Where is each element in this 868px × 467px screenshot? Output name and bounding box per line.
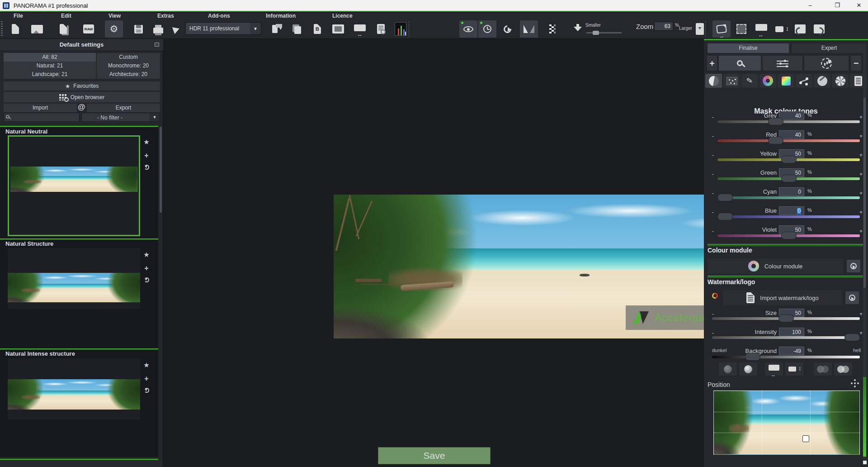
width-resize-button[interactable] — [752, 20, 770, 38]
minimize-button[interactable]: – — [801, 0, 819, 11]
slider-thumb[interactable] — [768, 137, 783, 144]
add-preset-button[interactable]: + — [707, 56, 717, 71]
move-position-icon[interactable] — [854, 382, 856, 384]
menu-file[interactable]: File — [14, 13, 23, 19]
slider-value-blue[interactable]: 0 — [779, 206, 804, 215]
scrollbar-thumb[interactable] — [863, 98, 866, 288]
transparency-checker-button[interactable] — [543, 20, 561, 38]
chevron-down-icon[interactable]: ▼ — [150, 113, 160, 121]
batch-processing-button[interactable] — [266, 20, 284, 38]
menu-addons[interactable]: Add-ons — [208, 13, 230, 19]
stretch-height-button[interactable] — [785, 362, 803, 376]
position-thumbnail[interactable] — [713, 391, 860, 455]
preview-eye-button[interactable] — [459, 20, 477, 38]
preset-dropdown[interactable]: HDR 11 professional ▼ — [185, 22, 261, 35]
refresh-button[interactable] — [498, 20, 516, 38]
rotate-stack-button[interactable] — [288, 20, 306, 38]
add-preset-icon[interactable]: + — [142, 152, 151, 160]
export-share-button[interactable] — [169, 20, 187, 38]
remove-preset-button[interactable]: − — [851, 56, 861, 71]
slider-plus[interactable]: + — [859, 152, 863, 158]
raw-import-button[interactable]: RAW — [80, 20, 98, 38]
category-all[interactable]: All: 82 — [4, 53, 96, 62]
preview-search-button[interactable] — [372, 20, 390, 38]
slider-minus[interactable]: - — [712, 152, 714, 158]
filter-funnel-button[interactable] — [569, 20, 587, 38]
slider-value-cyan[interactable]: 0 — [779, 187, 804, 196]
aperture-button[interactable] — [832, 74, 849, 88]
preset-item[interactable] — [8, 248, 140, 309]
zoom-stepper-button[interactable] — [691, 20, 709, 38]
preset-item[interactable] — [8, 358, 140, 419]
soft-sphere-button[interactable] — [739, 362, 757, 376]
colour-module-reveal-button[interactable] — [847, 260, 860, 272]
adjustments-button[interactable] — [763, 56, 802, 71]
panel-pin-icon[interactable] — [155, 43, 159, 47]
category-monochrome[interactable]: Monochrome: 20 — [97, 62, 160, 70]
crop-window-button[interactable] — [329, 20, 347, 38]
contrast-sphere-button[interactable] — [705, 74, 722, 88]
tab-finalise[interactable]: Finalise — [708, 43, 789, 53]
colour-module-button[interactable]: Colour module — [708, 258, 843, 274]
preset-list-scrollbar[interactable] — [159, 126, 162, 457]
flip-horizontal-button[interactable] — [520, 20, 538, 38]
menu-licence[interactable]: Licence — [332, 13, 353, 19]
slider-plus[interactable]: + — [859, 114, 863, 120]
slider-value-red[interactable]: 40 — [779, 130, 804, 139]
menu-edit[interactable]: Edit — [61, 13, 71, 19]
page-curl-right-button[interactable] — [810, 20, 828, 38]
history-clock-button[interactable] — [478, 20, 496, 38]
category-landscape[interactable]: Landscape: 21 — [4, 70, 96, 79]
filter-dropdown[interactable]: - No filter - ▼ — [81, 113, 160, 122]
slider-track-size[interactable] — [712, 317, 860, 320]
preset-search-input[interactable] — [4, 113, 80, 122]
slider-track-violet[interactable] — [717, 234, 860, 237]
height-resize-button[interactable] — [772, 20, 790, 38]
colour-cube-button[interactable] — [778, 74, 794, 88]
category-natural[interactable]: Natural: 21 — [4, 62, 96, 70]
zoom-slider-thumb[interactable] — [593, 31, 599, 35]
slider-plus[interactable]: + — [859, 209, 863, 215]
node-graph-button[interactable] — [796, 74, 812, 88]
slider-minus[interactable]: - — [712, 330, 714, 336]
copy-document-button[interactable] — [54, 20, 72, 38]
slider-minus[interactable]: - — [712, 133, 714, 139]
slider-track-yellow[interactable] — [717, 158, 860, 161]
watermark-position-marker[interactable] — [802, 435, 809, 442]
open-image-button[interactable] — [28, 20, 46, 38]
slider-value-intensity[interactable]: 100 — [779, 328, 804, 336]
slider-plus[interactable]: + — [859, 190, 863, 196]
at-sign-icon[interactable]: @ — [78, 103, 85, 112]
slider-minus[interactable]: - — [712, 114, 714, 120]
save-button[interactable]: Save — [378, 447, 491, 464]
settings-scrollbar[interactable] — [863, 43, 866, 464]
new-document-button[interactable] — [6, 20, 24, 38]
slider-track-grey[interactable] — [717, 120, 860, 123]
open-browser-button[interactable]: Open browser — [4, 92, 160, 102]
slider-value-background[interactable]: -49 — [779, 347, 804, 355]
scrollbar-thumb[interactable] — [160, 127, 162, 213]
slider-track-intensity[interactable] — [712, 336, 860, 339]
slider-plus[interactable]: + — [859, 228, 863, 234]
search-tool-button[interactable] — [719, 56, 761, 71]
add-preset-icon[interactable]: + — [142, 375, 151, 383]
sync-preset-icon[interactable] — [142, 386, 151, 395]
slider-thumb[interactable] — [717, 194, 733, 201]
toolbar-drag-handle[interactable] — [1, 21, 3, 37]
slider-thumb[interactable] — [844, 334, 860, 341]
tab-expert[interactable]: Expert — [792, 43, 866, 53]
favourite-star-icon[interactable]: ★ — [142, 138, 151, 146]
selection-ants-button[interactable] — [732, 20, 750, 38]
transform-rotate-button[interactable] — [712, 20, 731, 38]
add-preset-icon[interactable]: + — [142, 264, 151, 272]
auto-settings-button[interactable] — [804, 56, 849, 71]
preset-item[interactable] — [8, 135, 140, 236]
image-b-button[interactable]: B — [308, 20, 326, 38]
menu-view[interactable]: View — [108, 13, 121, 19]
print-button[interactable] — [149, 20, 167, 38]
stretch-width-button[interactable] — [765, 362, 783, 376]
maximize-button[interactable]: ❐ — [828, 0, 846, 11]
slider-thumb[interactable] — [781, 232, 797, 239]
slider-thumb[interactable] — [781, 156, 797, 163]
close-button[interactable]: ✕ — [850, 0, 868, 11]
